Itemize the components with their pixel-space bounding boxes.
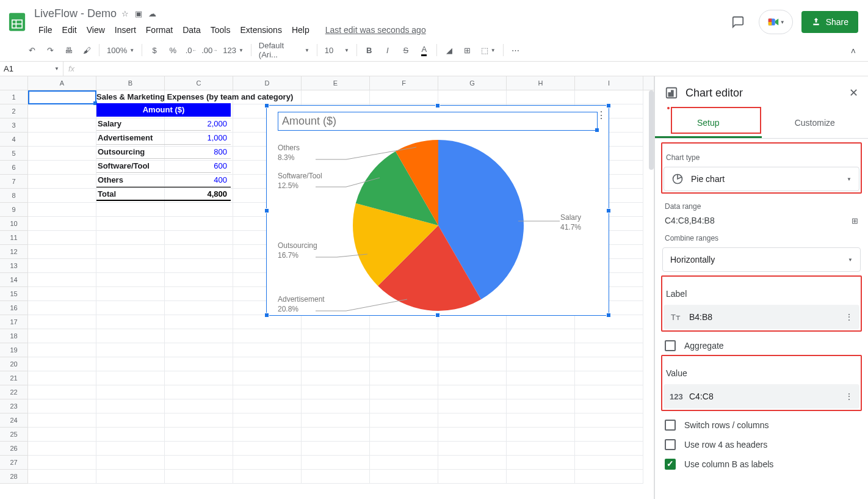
cell[interactable]	[28, 90, 96, 104]
cell[interactable]	[575, 371, 643, 385]
cell[interactable]	[302, 442, 370, 456]
data-range-value[interactable]: C4:C8,B4:B8	[665, 216, 715, 225]
cell[interactable]	[165, 428, 233, 442]
bold-button[interactable]: B	[361, 42, 378, 59]
cell[interactable]	[165, 301, 233, 315]
cell[interactable]	[96, 287, 165, 301]
cell[interactable]	[165, 231, 233, 245]
cell[interactable]	[233, 385, 302, 399]
cell[interactable]	[507, 357, 575, 371]
row-header[interactable]: 28	[0, 470, 28, 484]
menu-help[interactable]: Help	[288, 23, 314, 37]
cell[interactable]	[438, 329, 507, 343]
cell[interactable]	[28, 456, 96, 470]
cell[interactable]	[575, 90, 643, 104]
cell[interactable]	[28, 343, 96, 357]
cell[interactable]	[507, 343, 575, 357]
cell[interactable]	[438, 399, 507, 413]
cell[interactable]	[165, 315, 233, 329]
cell[interactable]	[96, 203, 165, 217]
undo-button[interactable]: ↶	[23, 42, 40, 59]
more-formats-button[interactable]: 123▼	[219, 46, 247, 55]
row-header[interactable]: 19	[0, 343, 28, 357]
cell[interactable]	[28, 118, 96, 133]
cell[interactable]	[165, 357, 233, 371]
cell[interactable]	[96, 259, 165, 273]
cell[interactable]	[370, 442, 438, 456]
cell[interactable]	[96, 217, 165, 231]
comments-icon[interactable]	[726, 10, 750, 34]
cell[interactable]	[507, 456, 575, 470]
cell[interactable]	[233, 399, 302, 413]
collapse-toolbar-button[interactable]: ʌ	[845, 42, 862, 59]
cell[interactable]	[233, 413, 302, 428]
cell[interactable]	[28, 217, 96, 231]
cell[interactable]	[507, 470, 575, 484]
cell[interactable]	[302, 315, 370, 329]
cell[interactable]	[28, 385, 96, 399]
row-header[interactable]: 8	[0, 189, 28, 203]
menu-tools[interactable]: Tools	[206, 23, 235, 37]
cell[interactable]	[96, 329, 165, 343]
cell[interactable]	[233, 329, 302, 343]
cell[interactable]	[575, 442, 643, 456]
tab-setup[interactable]: Setup	[655, 109, 762, 138]
cell[interactable]	[165, 259, 233, 273]
cell[interactable]	[28, 161, 96, 175]
menu-edit[interactable]: Edit	[58, 23, 81, 37]
cell[interactable]	[165, 329, 233, 343]
row-header[interactable]: 13	[0, 259, 28, 273]
cell[interactable]	[28, 470, 96, 484]
cell[interactable]	[370, 399, 438, 413]
cell[interactable]	[28, 287, 96, 301]
col-header[interactable]: H	[507, 76, 575, 90]
doc-title[interactable]: LiveFlow - Demo	[34, 7, 117, 20]
dec-decrease-button[interactable]: .0←	[183, 42, 200, 59]
cell[interactable]	[165, 287, 233, 301]
row-header[interactable]: 10	[0, 217, 28, 231]
cell[interactable]	[28, 413, 96, 428]
cell[interactable]	[28, 147, 96, 161]
row-header[interactable]: 24	[0, 413, 28, 428]
row-header[interactable]: 18	[0, 329, 28, 343]
col-header[interactable]: C	[165, 76, 233, 90]
value-chip[interactable]: 123 C4:C8 ⋮	[664, 384, 859, 409]
cell[interactable]	[302, 413, 370, 428]
row-header[interactable]: 5	[0, 147, 28, 161]
row-header[interactable]: 27	[0, 456, 28, 470]
menu-format[interactable]: Format	[142, 23, 177, 37]
row-header[interactable]: 9	[0, 203, 28, 217]
currency-button[interactable]: $	[146, 42, 163, 59]
col-header[interactable]: F	[370, 76, 438, 90]
row-header[interactable]: 14	[0, 273, 28, 287]
tab-customize[interactable]: Customize	[762, 109, 869, 138]
cell[interactable]	[575, 343, 643, 357]
cell[interactable]	[96, 315, 165, 329]
paint-format-button[interactable]: 🖌	[78, 42, 95, 59]
cell[interactable]	[28, 301, 96, 315]
cell[interactable]	[28, 259, 96, 273]
row-header[interactable]: 21	[0, 371, 28, 385]
cell[interactable]	[575, 399, 643, 413]
cell[interactable]	[370, 470, 438, 484]
menu-file[interactable]: File	[34, 23, 57, 37]
cell[interactable]	[96, 470, 165, 484]
row-header[interactable]: 11	[0, 231, 28, 245]
cell[interactable]	[165, 399, 233, 413]
cell[interactable]	[96, 413, 165, 428]
cell[interactable]	[507, 385, 575, 399]
cell[interactable]	[507, 399, 575, 413]
row-header[interactable]: 15	[0, 287, 28, 301]
cell[interactable]	[370, 343, 438, 357]
cell[interactable]	[438, 90, 507, 104]
cell[interactable]	[96, 343, 165, 357]
cell[interactable]	[302, 456, 370, 470]
row-header[interactable]: 6	[0, 161, 28, 175]
dec-increase-button[interactable]: .00→	[201, 42, 218, 59]
cell[interactable]	[438, 413, 507, 428]
cell[interactable]	[96, 399, 165, 413]
row-header[interactable]: 22	[0, 385, 28, 399]
cell[interactable]	[28, 273, 96, 287]
font-select[interactable]: Default (Ari...▼	[255, 41, 313, 59]
cell[interactable]	[302, 90, 370, 104]
